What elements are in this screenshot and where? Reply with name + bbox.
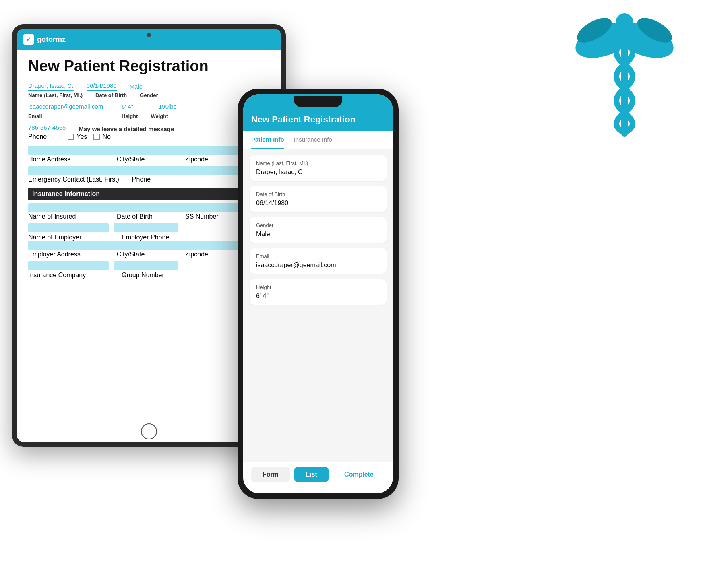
insurance-company-bar — [28, 261, 109, 270]
insured-bar — [28, 203, 270, 212]
yes-checkbox[interactable] — [68, 134, 74, 140]
employer-name-label: Name of Employer — [28, 234, 109, 241]
group-number-label: Group Number — [122, 272, 164, 279]
employer-phone-bar — [114, 223, 178, 232]
phone-height-value: 6' 4" — [256, 293, 380, 300]
city-state-label: City/State — [117, 156, 185, 163]
caduceus-icon — [572, 8, 677, 153]
phone-field-email: Email isaaccdraper@geemail.com — [250, 248, 387, 274]
employer-address-bar — [28, 241, 270, 250]
phone-notch — [294, 96, 342, 107]
yes-label: Yes — [76, 133, 87, 140]
phone: New Patient Registration Patient Info In… — [238, 89, 399, 499]
dob-field: 06/14/1980 — [87, 82, 117, 91]
group-number-bar — [114, 261, 178, 270]
name-label-group: Name (Last, First, MI.) — [28, 91, 83, 98]
phone-value: 786-567-4565 — [28, 124, 66, 132]
phone-gender-value: Male — [256, 231, 380, 238]
emergency-labels: Emergency Contact (Last, First) Phone — [28, 176, 270, 183]
name-insured-label: Name of Insured — [28, 213, 117, 220]
name-value: Draper, Isaac, C. — [28, 82, 74, 91]
email-label: Email — [28, 113, 109, 119]
gender-field: Male — [130, 83, 154, 91]
phone-tabs[interactable]: Patient Info Insurance Info — [243, 131, 393, 149]
tablet-camera — [147, 33, 151, 37]
insurance-company-label: Insurance Company — [28, 272, 109, 279]
list-button[interactable]: List — [294, 467, 328, 482]
form-button[interactable]: Form — [251, 467, 290, 482]
address-labels: Home Address City/State Zipcode — [28, 156, 270, 163]
emergency-contact-label: Emergency Contact (Last, First) — [28, 176, 119, 183]
goformz-icon: ✓ — [23, 34, 34, 45]
insurance-section-header: Insurance Information — [28, 188, 270, 200]
height-value: 6' 4" — [122, 103, 146, 111]
phone-gender-label: Gender — [256, 222, 380, 228]
no-option[interactable]: No — [93, 133, 110, 140]
phone-dob-value: 06/14/1980 — [256, 200, 380, 207]
insured-labels: Name of Insured Date of Birth SS Number — [28, 213, 270, 220]
emergency-bar — [28, 166, 270, 175]
svg-point-5 — [616, 13, 633, 31]
address-bar — [28, 146, 270, 155]
ins-dob-label: Date of Birth — [117, 213, 185, 220]
phone-dob-label: Date of Birth — [256, 191, 380, 197]
email-label-group: Email — [28, 112, 109, 119]
tablet-header: ✓ goformz — [17, 29, 281, 50]
height-label: Height — [122, 113, 138, 119]
height-field: 6' 4" — [122, 103, 146, 111]
phone-field-height: Height 6' 4" — [250, 279, 387, 305]
weight-value: 190lbs — [159, 103, 183, 111]
phone-name-label: Name (Last, First, MI.) — [256, 160, 380, 166]
dob-label: Date of Birth — [95, 92, 127, 98]
tab-insurance-info[interactable]: Insurance Info — [294, 131, 332, 149]
insurance-company-labels: Insurance Company Group Number — [28, 272, 270, 279]
gender-value: Male — [130, 83, 154, 91]
phone-height-label: Height — [256, 284, 380, 290]
name-field: Draper, Isaac, C. — [28, 82, 74, 91]
phone-name-value: Draper, Isaac, C — [256, 169, 380, 176]
home-address-label: Home Address — [28, 156, 117, 163]
employer-phone-label: Employer Phone — [122, 234, 169, 241]
name-label: Name (Last, First, MI.) — [28, 92, 83, 98]
goformz-logo: ✓ goformz — [23, 34, 66, 45]
phone-field-gender: Gender Male — [250, 217, 387, 243]
dob-label-group: Date of Birth — [95, 91, 127, 98]
emergency-phone-label: Phone — [132, 176, 151, 183]
weight-field: 190lbs — [159, 103, 183, 111]
phone-title: New Patient Registration — [251, 114, 385, 125]
complete-button[interactable]: Complete — [333, 467, 385, 482]
gender-label: Gender — [140, 92, 158, 98]
height-label-group: Height — [122, 112, 138, 119]
phone-field: 786-567-4565 — [28, 124, 66, 132]
form-title: New Patient Registration — [28, 58, 270, 75]
ins-city-state-label: City/State — [117, 251, 185, 258]
phone-email-label: Email — [256, 253, 380, 259]
tablet-home-button[interactable] — [141, 423, 157, 439]
employer-address-labels: Employer Address City/State Zipcode — [28, 251, 270, 258]
phone-field-name: Name (Last, First, MI.) Draper, Isaac, C — [250, 155, 387, 181]
email-value: isaaccdraper@geemail.com — [28, 103, 109, 111]
gender-label-group: Gender — [140, 91, 158, 98]
tab-patient-info[interactable]: Patient Info — [251, 131, 284, 149]
dob-value: 06/14/1980 — [87, 82, 117, 91]
employer-address-label: Employer Address — [28, 251, 117, 258]
employer-name-bar — [28, 223, 109, 232]
phone-field-dob: Date of Birth 06/14/1980 — [250, 186, 387, 212]
phone-screen: New Patient Registration Patient Info In… — [243, 94, 393, 493]
phone-email-value: isaaccdraper@geemail.com — [256, 262, 380, 269]
weight-label-group: Weight — [151, 112, 168, 119]
no-label: No — [102, 133, 110, 140]
phone-footer: Form List Complete — [243, 462, 393, 493]
phone-body: Name (Last, First, MI.) Draper, Isaac, C… — [243, 149, 393, 462]
employer-labels: Name of Employer Employer Phone — [28, 234, 270, 241]
insurance-company-bars — [28, 261, 270, 271]
weight-label: Weight — [151, 113, 168, 119]
phone-label: Phone — [28, 133, 47, 140]
may-message-label: May we leave a detailed message — [79, 126, 174, 132]
brand-name: goformz — [37, 35, 66, 44]
yes-option[interactable]: Yes — [68, 133, 87, 140]
no-checkbox[interactable] — [93, 134, 100, 140]
email-field: isaaccdraper@geemail.com — [28, 103, 109, 111]
employer-bars — [28, 223, 270, 233]
